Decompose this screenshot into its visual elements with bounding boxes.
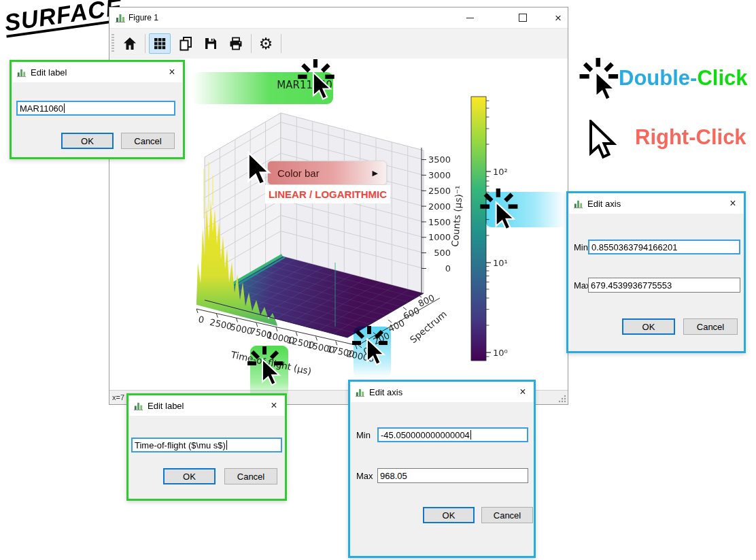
label-input-value: MAR11060	[20, 103, 63, 114]
dialog-title-bar[interactable]: Edit axis ×	[568, 193, 744, 214]
colorbar-tick-label: 10²	[493, 167, 508, 177]
close-icon[interactable]: ×	[263, 399, 285, 412]
text-caret	[226, 440, 227, 450]
home-button[interactable]	[119, 33, 141, 54]
title-bar[interactable]: Figure 1 ×	[109, 7, 568, 28]
max-label: Max	[356, 471, 373, 481]
window-title: Figure 1	[128, 13, 158, 22]
text-caret	[64, 103, 65, 113]
close-icon[interactable]: ×	[161, 66, 183, 78]
colorbar-tick-label: 10¹	[493, 258, 508, 268]
cancel-button[interactable]: Cancel	[683, 318, 738, 335]
dialog-title-bar[interactable]: Edit axis ×	[350, 382, 534, 402]
cancel-button[interactable]: Cancel	[121, 133, 175, 149]
close-icon[interactable]: ×	[722, 197, 744, 210]
print-button[interactable]	[225, 33, 247, 54]
cancel-button[interactable]: Cancel	[224, 468, 277, 484]
matplotlib-icon	[16, 67, 27, 78]
min-label: Min	[574, 242, 588, 252]
max-input[interactable]: 968.05	[377, 468, 528, 483]
dialog-title-bar[interactable]: Edit label ×	[128, 395, 285, 416]
min-label: Min	[356, 430, 371, 440]
matplotlib-icon	[573, 199, 583, 209]
ok-button[interactable]: OK	[423, 507, 475, 523]
ok-button[interactable]: OK	[163, 468, 216, 484]
dialog-body: Time-of-flight ($\mu s$) OK Cancel	[128, 416, 285, 499]
double-click-cursor-icon	[479, 188, 522, 237]
ok-button[interactable]: OK	[61, 133, 114, 149]
minimize-button[interactable]	[458, 7, 482, 28]
min-input-value: -45.050000000000004	[381, 430, 470, 440]
grid-icon	[152, 35, 168, 52]
double-click-cursor-icon	[296, 59, 339, 106]
minimize-icon	[466, 18, 474, 18]
dialog-body: Min -45.050000000000004 Max 968.05 OK Ca…	[350, 402, 534, 556]
right-click-cursor-icon	[583, 120, 619, 161]
edit-axis-yaxis-dialog: Edit axis × Min -45.050000000000004 Max …	[348, 380, 536, 558]
z-tick-label: 0	[445, 263, 451, 274]
min-input-value: 0.8550363794166201	[591, 242, 678, 252]
grid-button[interactable]	[149, 33, 171, 54]
edit-axis-colorbar-dialog: Edit axis × Min 0.8550363794166201 Max 6…	[566, 191, 746, 353]
edit-label-xaxis-dialog: Edit label × Time-of-flight ($\mu s$) OK…	[126, 393, 287, 501]
save-icon	[203, 35, 219, 52]
close-icon: ×	[555, 12, 562, 24]
context-menu-item-colorbar[interactable]: Color bar ▶	[267, 161, 387, 185]
toolbar-drag-handle[interactable]	[111, 34, 114, 53]
max-input-value: 679.4539936775553	[591, 280, 672, 291]
toolbar-separator	[251, 34, 252, 53]
z-tick-label: 1000	[428, 232, 451, 242]
ok-button[interactable]: OK	[622, 318, 675, 335]
cancel-button[interactable]: Cancel	[481, 507, 533, 523]
matplotlib-icon	[355, 387, 365, 397]
z-tick-label: 2500	[428, 186, 451, 196]
maximize-button[interactable]	[511, 7, 535, 28]
edit-label-title-dialog: Edit label × MAR11060 OK Cancel	[10, 60, 185, 159]
z-axis[interactable]: 0 500 1000 1500 2000 2500 3000 3500 Coun…	[422, 148, 464, 295]
home-icon	[122, 35, 138, 52]
save-button[interactable]	[200, 33, 222, 54]
z-tick-label: 2000	[428, 201, 451, 212]
max-input[interactable]: 679.4539936775553	[588, 278, 740, 293]
double-click-label-part2: Click	[697, 66, 747, 90]
surface-logo: SURFACE	[3, 0, 124, 37]
z-axis-label[interactable]: Counts (µs)⁻¹	[449, 185, 464, 247]
copy-icon	[177, 35, 194, 52]
close-icon[interactable]: ×	[512, 386, 534, 398]
colorbar-tick-label: 10⁰	[493, 348, 508, 358]
dialog-title: Edit axis	[587, 199, 621, 209]
resize-grip[interactable]	[557, 394, 566, 403]
double-click-cursor-icon	[578, 57, 623, 108]
x-tick-label: 0	[197, 314, 205, 325]
double-click-cursor-icon	[351, 325, 392, 372]
z-tick-label: 3500	[428, 154, 451, 165]
context-menu-hint-text: LINEAR / LOGARITHMIC	[269, 188, 387, 200]
matplotlib-icon	[115, 12, 126, 23]
z-tick-label: 1500	[428, 217, 451, 227]
min-input[interactable]: -45.050000000000004	[377, 427, 528, 442]
right-click-legend-label: Right-Click	[635, 125, 746, 150]
double-click-cursor-icon	[246, 346, 287, 392]
context-menu-hint: LINEAR / LOGARITHMIC	[265, 185, 390, 203]
label-input-value: Time-of-flight ($\mu s$)	[135, 440, 226, 450]
submenu-arrow-icon: ▶	[373, 169, 378, 178]
dialog-title: Edit axis	[369, 387, 402, 397]
label-input[interactable]: MAR11060	[16, 101, 175, 116]
context-menu-label: Color bar	[277, 167, 320, 179]
double-click-legend-label: Double-Click	[619, 66, 747, 90]
close-button[interactable]: ×	[546, 7, 570, 28]
settings-button[interactable]: ⚙	[255, 33, 277, 54]
print-icon	[228, 35, 244, 52]
dialog-title-bar[interactable]: Edit label ×	[12, 62, 183, 82]
label-input[interactable]: Time-of-flight ($\mu s$)	[131, 438, 282, 452]
toolbar-separator	[281, 34, 281, 53]
text-caret	[470, 430, 471, 440]
min-input[interactable]: 0.8550363794166201	[588, 240, 740, 254]
toolbar: ⚙	[109, 28, 568, 59]
maximize-icon	[519, 14, 527, 22]
z-tick-label: 500	[434, 248, 451, 258]
copy-button[interactable]	[175, 33, 196, 54]
dialog-title: Edit label	[31, 67, 67, 78]
y-tick-label: 600	[402, 305, 422, 321]
gear-icon: ⚙	[259, 35, 273, 52]
